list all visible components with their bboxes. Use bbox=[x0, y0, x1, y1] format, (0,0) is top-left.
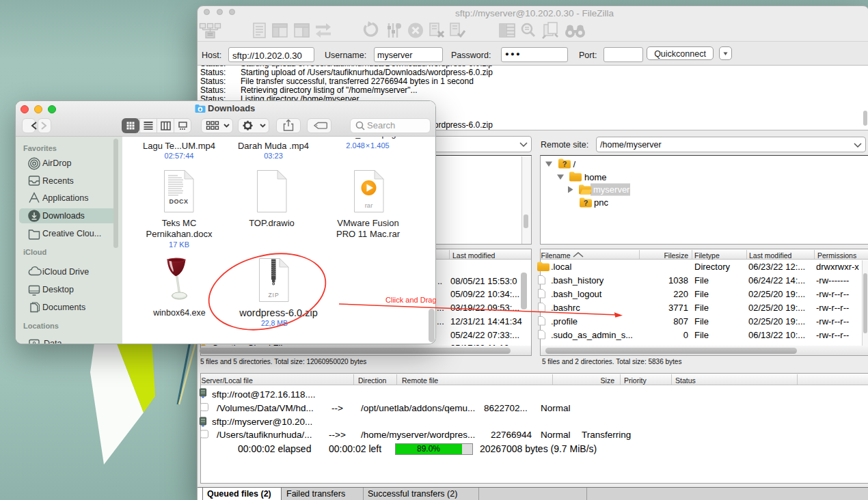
svg-text:?: ? bbox=[584, 199, 588, 207]
svg-text:rar: rar bbox=[365, 202, 373, 209]
svg-text:DOCX: DOCX bbox=[169, 198, 188, 205]
svg-text:ZIP: ZIP bbox=[268, 292, 279, 298]
svg-text:myserver: myserver bbox=[593, 184, 630, 195]
svg-text:/: / bbox=[573, 159, 576, 169]
svg-text:home: home bbox=[584, 172, 607, 182]
svg-text:?: ? bbox=[562, 160, 567, 168]
svg-text:pnc: pnc bbox=[594, 197, 608, 208]
